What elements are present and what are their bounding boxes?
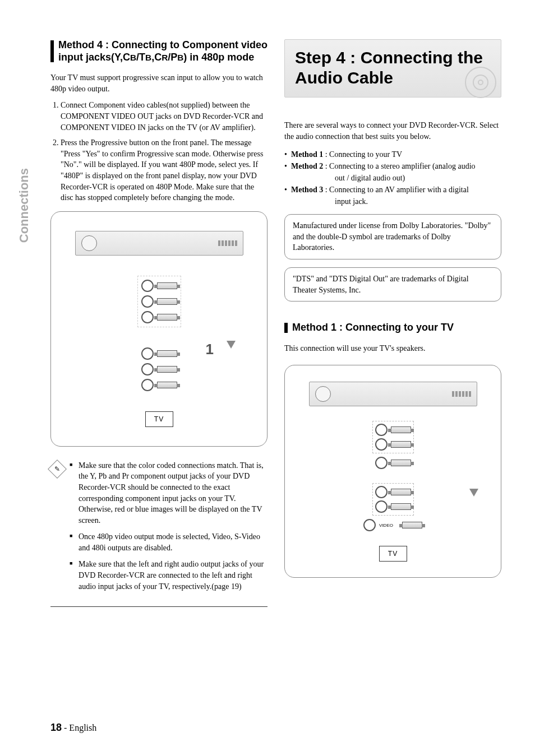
plug-icon	[157, 382, 177, 388]
jack-icon	[375, 500, 388, 513]
plug-icon	[391, 460, 411, 466]
plug-icon	[157, 366, 177, 373]
jack-icon	[363, 519, 376, 531]
plug-icon	[391, 489, 411, 495]
dolby-info-box: Manufactured under license from Dolby La…	[284, 214, 501, 259]
note-icon: ✎	[48, 460, 67, 479]
tv-label-box: TV	[379, 546, 407, 562]
device-knob-icon	[81, 235, 97, 251]
h-text5: ) in 480p mode	[183, 52, 254, 63]
jack-pb-icon	[141, 295, 154, 308]
page-number: 18	[50, 722, 62, 733]
arrow-down-icon	[469, 489, 478, 497]
h-sc3: R	[162, 53, 168, 62]
h-text3: ,C	[151, 52, 162, 63]
dvd-recorder-illustration	[75, 231, 243, 256]
footer-language: English	[69, 723, 96, 732]
jack-audio-r-icon	[375, 424, 388, 436]
h-text2: /T	[136, 52, 145, 63]
jack-icon	[375, 486, 388, 498]
plug-icon	[157, 282, 177, 289]
method4-heading: Method 4 : Connecting to Component video…	[50, 39, 268, 63]
device-ports-icon	[452, 391, 471, 397]
method-text: : Connecting to your TV	[323, 150, 402, 159]
jack-video-icon	[375, 457, 388, 469]
h-sc1: B	[130, 53, 136, 62]
list-item: Method 2 : Connecting to a stereo amplif…	[284, 160, 501, 184]
jack-icon	[141, 379, 154, 391]
audio-methods-list: Method 1 : Connecting to your TV Method …	[284, 149, 501, 207]
device-ports-icon	[218, 240, 237, 246]
plug-icon	[157, 298, 177, 305]
method4-intro: Your TV must support progressive scan in…	[50, 72, 268, 94]
jack-y-icon	[141, 280, 154, 292]
component-out-jacks	[137, 276, 181, 327]
method1-section: Method 1 : Connecting to your TV This co…	[284, 322, 501, 578]
plug-icon	[157, 350, 177, 357]
step-2: Press the Progressive button on the fron…	[61, 137, 268, 203]
method-cont: input jack.	[291, 197, 368, 206]
tv-audio-in-jacks: VIDEO	[363, 483, 422, 531]
arrow-down-icon	[227, 341, 236, 349]
plug-icon	[391, 441, 411, 448]
method1-heading: Method 1 : Connecting to your TV	[284, 322, 501, 334]
plug-icon	[157, 314, 177, 321]
jack-pr-icon	[141, 311, 154, 323]
method-text: : Connecting to a stereo amplifier (anal…	[323, 162, 475, 170]
diagram-step-number: 1	[206, 341, 214, 358]
dvd-recorder-illustration	[309, 382, 477, 406]
step4-intro: There are several ways to connect your D…	[284, 120, 501, 142]
method4-steps: Connect Component video cables(not suppl…	[50, 100, 268, 203]
connection-diagram-2: VIDEO TV	[284, 365, 501, 578]
left-column: Method 4 : Connecting to Component video…	[50, 39, 268, 734]
section-divider	[50, 606, 268, 607]
method-label: Method 1	[291, 150, 323, 159]
step-1: Connect Component video cables(not suppl…	[61, 100, 268, 133]
component-in-jacks	[141, 347, 177, 391]
h-sc2: B	[145, 53, 151, 62]
method-label: Method 3	[291, 185, 323, 194]
note-block: ✎ Make sure that the color coded connect…	[50, 460, 268, 598]
method-text: : Connecting to an AV amplifier with a d…	[323, 185, 469, 194]
dts-info-box: "DTS" and "DTS Digital Out" are trademar…	[284, 267, 501, 302]
plug-icon	[391, 426, 411, 433]
tv-label-box: TV	[145, 411, 173, 427]
device-knob-icon	[315, 386, 331, 402]
jack-icon	[141, 363, 154, 375]
method1-text: This connection will use your TV's speak…	[284, 343, 501, 354]
note-item: Make sure that the left and right audio …	[70, 559, 268, 592]
audio-out-jacks	[372, 421, 414, 469]
page-content: Method 4 : Connecting to Component video…	[0, 0, 535, 756]
list-item: Method 1 : Connecting to your TV	[284, 149, 501, 160]
h-text4: /P	[168, 52, 177, 63]
plug-icon	[402, 522, 422, 528]
plug-icon	[391, 503, 411, 510]
video-jack-label: VIDEO	[379, 523, 393, 528]
banner-circles-icon	[457, 66, 496, 94]
jack-icon	[141, 347, 154, 360]
right-column: Step 4 : Connecting the Audio Cable Ther…	[284, 39, 501, 734]
note-list: Make sure that the color coded connectio…	[70, 460, 268, 598]
footer-sep: -	[64, 723, 69, 732]
list-item: Method 3 : Connecting to an AV amplifier…	[284, 184, 501, 207]
jack-audio-l-icon	[375, 438, 388, 451]
connection-diagram-1: 1 TV	[50, 211, 268, 447]
method-label: Method 2	[291, 162, 323, 170]
note-item: Once 480p video output mode is selected,…	[70, 531, 268, 553]
note-item: Make sure that the color coded connectio…	[70, 460, 268, 526]
page-footer: 18 - English	[50, 722, 96, 734]
method-cont: out / digital audio out)	[291, 174, 405, 182]
h-sc4: B	[177, 53, 183, 62]
step4-banner: Step 4 : Connecting the Audio Cable	[284, 39, 501, 98]
